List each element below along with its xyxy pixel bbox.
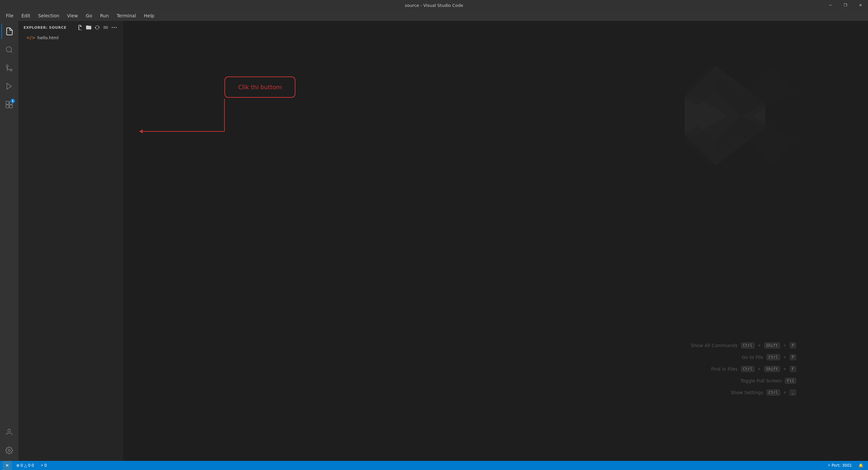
vscode-logo (678, 54, 803, 178)
menu-run[interactable]: Run (97, 12, 112, 20)
refresh-button[interactable] (94, 24, 101, 31)
shortcut-label-2: Go to File (742, 355, 763, 360)
kbd-ctrl-3: Ctrl (741, 366, 754, 372)
statusbar-left: ✕ ⊗ 0 △ 0 0 ⚡ 0 (3, 461, 49, 470)
activity-extensions[interactable]: 1 (1, 97, 17, 112)
maximize-button[interactable]: ❐ (838, 0, 853, 10)
svg-point-2 (10, 69, 12, 71)
close-button[interactable]: ✕ (853, 0, 868, 10)
welcome-shortcuts: Show All Commands Ctrl + Shift + P Go to… (691, 342, 796, 396)
svg-rect-8 (9, 105, 12, 108)
statusbar-errors[interactable]: ⊗ 0 △ 0 0 (14, 461, 36, 470)
statusbar-x-icon[interactable]: ✕ (3, 461, 12, 470)
extensions-badge: 1 (10, 99, 15, 103)
menu-go[interactable]: Go (83, 12, 95, 20)
kbd-ctrl-5: Ctrl (767, 390, 780, 396)
menu-help[interactable]: Help (141, 12, 158, 20)
error-icon: ⊗ (17, 463, 20, 468)
new-folder-button[interactable] (85, 24, 92, 31)
activity-account[interactable] (1, 424, 17, 440)
svg-marker-16 (140, 129, 143, 133)
info-icon: 0 (31, 463, 34, 468)
statusbar-port[interactable]: ⚡ Port: 3001 (826, 461, 854, 470)
svg-line-1 (11, 51, 12, 53)
menu-terminal[interactable]: Terminal (114, 12, 140, 20)
statusbar-bell[interactable]: 🔔 (857, 461, 865, 470)
html-file-icon: </> (26, 35, 35, 40)
bell-icon: 🔔 (859, 463, 863, 468)
more-actions-button[interactable] (111, 24, 118, 31)
kbd-ctrl-1: Ctrl (741, 342, 754, 348)
svg-point-12 (114, 27, 115, 28)
annotation-text: Clik thi buttom (238, 84, 282, 91)
annotation-bubble: Clik thi buttom (224, 76, 296, 98)
kbd-shift-1: Shift (764, 342, 780, 348)
minimize-button[interactable]: ─ (823, 0, 838, 10)
branch-icon: ⚡ (40, 463, 43, 468)
svg-point-10 (8, 449, 10, 451)
svg-point-11 (112, 27, 113, 28)
kbd-f11: F11 (785, 378, 796, 384)
activity-source-control[interactable] (1, 60, 17, 76)
titlebar: source - Visual Studio Code ─ ❐ ✕ (0, 0, 868, 10)
shortcut-go-to-file: Go to File Ctrl + P (691, 354, 796, 360)
statusbar-info[interactable]: ⚡ 0 (39, 461, 49, 470)
kbd-p-1: P (790, 342, 796, 348)
menubar: File Edit Selection View Go Run Terminal… (0, 10, 868, 21)
kbd-comma: , (790, 390, 796, 396)
annotation-connector (140, 99, 224, 148)
sidebar-title: EXPLORER: SOURCE (24, 26, 66, 30)
info-count: 0 (44, 463, 47, 468)
svg-point-0 (6, 47, 11, 52)
activity-bottom (1, 424, 17, 458)
kbd-f-3: F (790, 366, 796, 372)
activity-bar: 1 (0, 21, 18, 461)
svg-point-13 (116, 27, 117, 28)
svg-marker-4 (7, 83, 11, 89)
titlebar-controls: ─ ❐ ✕ (823, 0, 868, 10)
annotation-container: Clik thi buttom (224, 76, 296, 98)
shortcut-label-5: Show Settings (731, 390, 763, 395)
warning-count: 0 (28, 463, 31, 468)
sidebar: EXPLORER: SOURCE </ (18, 21, 123, 461)
kbd-p-2: P (790, 354, 796, 360)
statusbar: ✕ ⊗ 0 △ 0 0 ⚡ 0 ⚡ Port: 3001 🔔 (0, 461, 868, 470)
file-item-hello-html[interactable]: </> hello.html (18, 34, 123, 41)
warning-icon: △ (24, 463, 27, 468)
shortcut-label-4: Toggle Full Screen (740, 378, 782, 383)
svg-point-3 (6, 65, 8, 67)
editor-area: Clik thi buttom Show All Commands Ctrl +… (123, 21, 868, 461)
svg-rect-5 (6, 101, 9, 104)
port-label: ⚡ Port: 3001 (828, 463, 852, 468)
sidebar-header: EXPLORER: SOURCE (18, 21, 123, 34)
error-count: 0 (21, 463, 23, 468)
menu-view[interactable]: View (64, 12, 81, 20)
menu-edit[interactable]: Edit (18, 12, 33, 20)
menu-file[interactable]: File (3, 12, 17, 20)
titlebar-title: source - Visual Studio Code (405, 3, 463, 8)
activity-run-debug[interactable] (1, 78, 17, 94)
svg-rect-7 (6, 105, 9, 108)
x-label: ✕ (5, 463, 9, 468)
shortcut-find-in-files: Find in Files Ctrl + Shift + F (691, 366, 796, 372)
svg-point-9 (8, 429, 10, 432)
activity-search[interactable] (1, 42, 17, 58)
activity-explorer[interactable] (1, 24, 17, 39)
main-layout: 1 EXPLORER: SOURCE (0, 21, 868, 461)
kbd-ctrl-2: Ctrl (767, 354, 780, 360)
collapse-button[interactable] (102, 24, 109, 31)
kbd-shift-3: Shift (764, 366, 780, 372)
shortcut-show-settings: Show Settings Ctrl + , (691, 390, 796, 396)
shortcut-label-3: Find in Files (711, 366, 738, 372)
sidebar-actions (76, 24, 118, 31)
shortcut-label-1: Show All Commands (691, 343, 738, 348)
shortcut-show-all-commands: Show All Commands Ctrl + Shift + P (691, 342, 796, 348)
activity-settings[interactable] (1, 442, 17, 458)
statusbar-right: ⚡ Port: 3001 🔔 (826, 461, 865, 470)
new-file-button[interactable] (76, 24, 84, 31)
file-name: hello.html (37, 35, 59, 40)
shortcut-toggle-fullscreen: Toggle Full Screen F11 (691, 378, 796, 384)
menu-selection[interactable]: Selection (35, 12, 63, 20)
